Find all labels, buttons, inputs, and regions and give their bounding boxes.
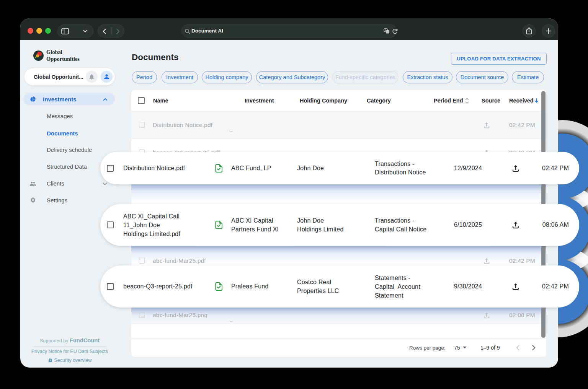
svg-text:A: A	[385, 29, 387, 32]
